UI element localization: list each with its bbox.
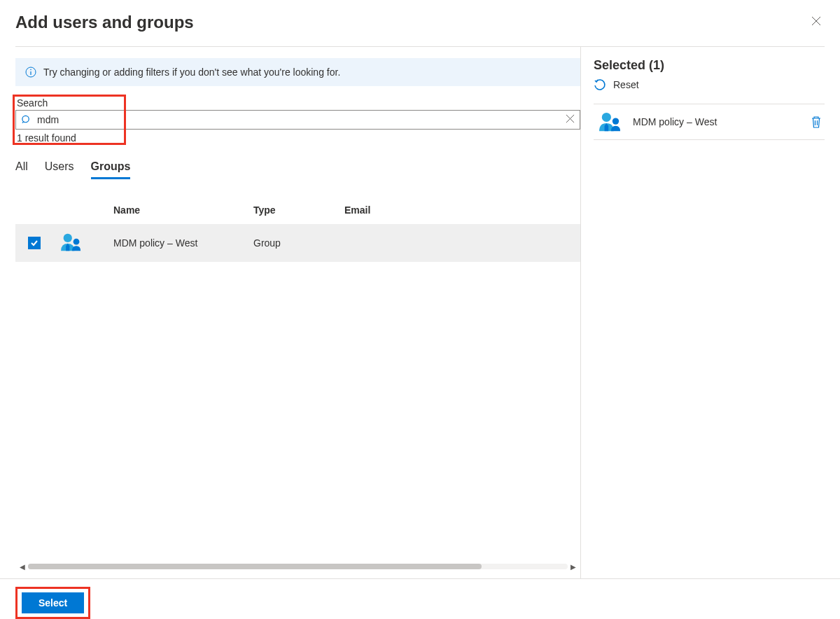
trash-icon: [812, 117, 820, 127]
selected-title: Selected (1): [594, 58, 825, 73]
table-header: Name Type Email: [15, 199, 580, 224]
search-result-count: 1 result found: [15, 132, 580, 144]
svg-point-12: [612, 118, 619, 124]
svg-point-4: [30, 69, 31, 71]
scroll-left-arrow[interactable]: ◀: [20, 563, 25, 571]
search-section: Search 1: [15, 86, 580, 144]
select-button[interactable]: Select: [22, 592, 84, 613]
annotation-highlight: Select: [15, 587, 90, 619]
info-banner: Try changing or adding filters if you do…: [15, 58, 580, 86]
tab-groups[interactable]: Groups: [91, 160, 131, 179]
close-button[interactable]: [808, 13, 825, 32]
group-icon: [59, 232, 84, 252]
horizontal-scrollbar[interactable]: ◀ ▶: [15, 560, 580, 573]
search-icon: [21, 115, 31, 125]
scroll-right-arrow[interactable]: ▶: [570, 563, 576, 571]
remove-button[interactable]: [811, 116, 822, 128]
left-panel: Try changing or adding filters if you do…: [0, 47, 581, 578]
column-name: Name: [88, 204, 253, 216]
column-type: Type: [253, 204, 344, 216]
clear-search-button[interactable]: [566, 114, 575, 125]
selected-panel: Selected (1) Reset MDM policy – West: [581, 47, 840, 578]
check-icon: [30, 239, 38, 247]
svg-point-10: [74, 238, 80, 244]
info-icon: [25, 67, 36, 78]
search-input[interactable]: [15, 110, 580, 130]
dialog-body: Try changing or adding filters if you do…: [0, 47, 840, 578]
dialog-header: Add users and groups: [0, 0, 840, 46]
search-label: Search: [15, 97, 580, 109]
group-icon: [596, 111, 624, 132]
close-icon: [566, 114, 575, 123]
selected-item-name: MDM policy – West: [633, 116, 802, 127]
reset-button[interactable]: Reset: [594, 78, 825, 91]
row-name: MDM policy – West: [88, 237, 253, 249]
table-row[interactable]: MDM policy – West Group: [15, 224, 580, 262]
dialog-footer: Select: [0, 578, 840, 619]
results-table: Name Type Email: [15, 199, 580, 578]
reset-label: Reset: [613, 79, 639, 90]
row-type: Group: [253, 237, 344, 249]
info-text: Try changing or adding filters if you do…: [43, 67, 340, 78]
scroll-thumb[interactable]: [28, 564, 482, 569]
row-checkbox[interactable]: [28, 237, 41, 249]
close-icon: [811, 15, 822, 27]
dialog-add-users-groups: Add users and groups Try changing or add…: [0, 0, 840, 619]
undo-icon: [594, 78, 606, 91]
selected-item: MDM policy – West: [594, 104, 825, 140]
tab-all[interactable]: All: [15, 160, 28, 179]
svg-point-11: [602, 113, 611, 122]
column-email: Email: [344, 204, 580, 216]
dialog-title: Add users and groups: [15, 13, 194, 32]
svg-point-9: [64, 233, 72, 242]
scroll-track[interactable]: [28, 564, 568, 569]
filter-tabs: All Users Groups: [15, 160, 580, 179]
tab-users[interactable]: Users: [45, 160, 74, 179]
svg-line-6: [22, 121, 24, 123]
